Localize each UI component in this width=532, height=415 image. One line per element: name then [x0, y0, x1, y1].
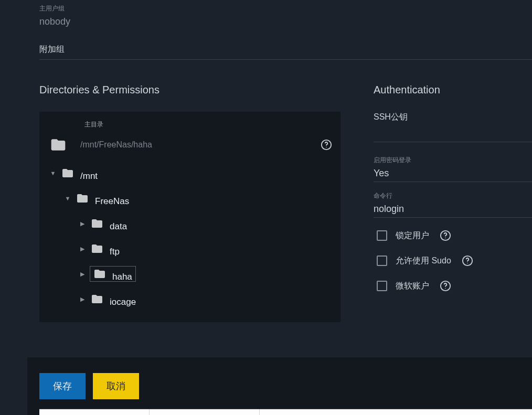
enable-password-value[interactable]: Yes — [374, 168, 532, 182]
home-directory-box: 主目录 /mnt/FreeNas/haha ▼ /mnt ▼ — [39, 112, 341, 322]
tree-label: FreeNas — [95, 196, 129, 207]
tree-node-ftp[interactable]: ▶ ftp — [48, 238, 332, 259]
ssh-key-label: SSH公钥 — [374, 112, 532, 123]
home-dir-label: 主目录 — [84, 120, 332, 129]
home-dir-path[interactable]: /mnt/FreeNas/haha — [80, 140, 315, 150]
tree-node-iocage[interactable]: ▶ iocage — [48, 289, 332, 310]
tree-node-freenas[interactable]: ▼ FreeNas — [48, 188, 332, 209]
folder-icon — [92, 268, 107, 280]
ms-account-checkbox[interactable] — [377, 281, 387, 291]
folder-icon — [60, 167, 75, 179]
folder-icon — [90, 217, 104, 230]
folder-icon — [75, 192, 90, 205]
help-icon[interactable] — [440, 230, 451, 241]
tree-node-mnt[interactable]: ▼ /mnt — [48, 163, 332, 184]
directory-tree: ▼ /mnt ▼ FreeNas ▶ data — [48, 163, 332, 310]
help-icon[interactable] — [462, 255, 473, 267]
folder-icon — [90, 242, 104, 255]
ms-account-row: 微软账户 — [377, 279, 532, 293]
allow-sudo-checkbox[interactable] — [377, 256, 387, 266]
tree-toggle-icon[interactable]: ▼ — [63, 195, 72, 201]
save-button[interactable]: 保存 — [39, 373, 86, 399]
ms-account-label: 微软账户 — [396, 281, 429, 292]
tree-label: iocage — [110, 297, 136, 307]
directories-section-title: Directories & Permissions — [39, 84, 374, 96]
help-icon[interactable] — [440, 280, 451, 292]
allow-sudo-label: 允许使用 Sudo — [396, 256, 451, 267]
tree-toggle-icon[interactable]: ▶ — [78, 271, 87, 278]
footer-bar: 保存 取消 — [27, 357, 532, 415]
tree-node-data[interactable]: ▶ data — [48, 213, 332, 234]
lock-user-row: 锁定用户 — [377, 228, 532, 243]
ssh-key-input[interactable] — [374, 142, 532, 142]
tree-label: data — [110, 221, 127, 232]
primary-group-value[interactable]: nobody — [39, 16, 532, 27]
tree-toggle-icon[interactable]: ▶ — [78, 296, 87, 303]
folder-icon — [48, 136, 69, 153]
primary-group-label: 主用户组 — [39, 4, 532, 13]
help-icon[interactable] — [321, 139, 332, 151]
folder-icon — [90, 293, 104, 305]
tree-toggle-icon[interactable]: ▶ — [78, 220, 87, 227]
lock-user-label: 锁定用户 — [396, 230, 429, 241]
shell-value[interactable]: nologin — [374, 204, 532, 218]
footer-strip — [39, 409, 532, 415]
additional-group-field[interactable]: 附加组 — [39, 44, 532, 60]
tree-label: haha — [112, 272, 132, 282]
tree-toggle-icon[interactable]: ▼ — [49, 170, 57, 176]
tree-label: /mnt — [80, 171, 98, 182]
tree-toggle-icon[interactable]: ▶ — [78, 246, 87, 252]
tree-node-haha[interactable]: ▶ haha — [48, 263, 332, 284]
authentication-section-title: Authentication — [374, 84, 532, 96]
cancel-button[interactable]: 取消 — [93, 373, 139, 399]
tree-label: ftp — [110, 247, 120, 257]
allow-sudo-row: 允许使用 Sudo — [377, 253, 532, 268]
lock-user-checkbox[interactable] — [377, 230, 387, 241]
shell-label: 命令行 — [374, 191, 532, 200]
enable-password-label: 启用密码登录 — [374, 156, 532, 165]
